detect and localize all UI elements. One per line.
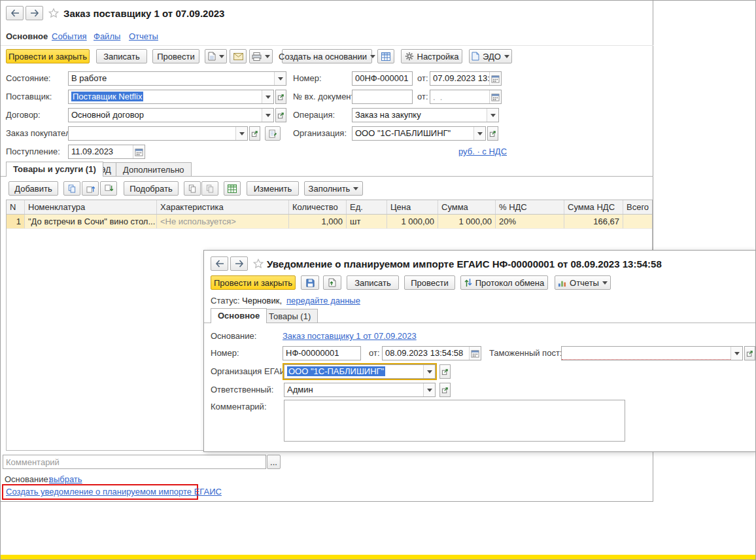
nav-tab-files[interactable]: Файлы <box>94 29 120 44</box>
forward-button[interactable] <box>230 256 248 271</box>
favorite-star-icon[interactable] <box>253 258 264 271</box>
write-button[interactable]: Записать <box>96 49 147 63</box>
basis-document-link[interactable]: Заказ поставщику 1 от 07.09.2023 <box>283 329 417 343</box>
cell-vat-percent[interactable]: 20% <box>496 215 564 228</box>
create-document-button[interactable] <box>205 49 227 63</box>
print-button[interactable] <box>249 49 273 63</box>
contract-combobox[interactable]: Основной договор <box>68 108 274 122</box>
calendar-button[interactable] <box>469 347 481 360</box>
supplier-dropdown-button[interactable] <box>262 90 273 103</box>
paste-rows-button[interactable] <box>201 181 218 196</box>
header-quantity[interactable]: Количество <box>289 200 347 214</box>
incoming-number-field[interactable] <box>352 90 412 103</box>
settings-button[interactable]: Настройка <box>401 49 462 63</box>
calendar-button[interactable] <box>489 72 501 85</box>
customer-order-field[interactable] <box>69 127 235 140</box>
nav-tab-reports[interactable]: Отчеты <box>129 29 158 44</box>
pick-items-button[interactable]: Подобрать <box>124 181 179 196</box>
customer-order-combobox[interactable] <box>68 126 248 141</box>
incoming-date-input[interactable] <box>430 90 502 104</box>
comment-more-button[interactable]: ... <box>267 455 281 469</box>
write-button[interactable]: Записать <box>347 275 399 290</box>
favorite-star-icon[interactable] <box>48 8 59 21</box>
organization-dropdown-button[interactable] <box>473 127 485 140</box>
table-row[interactable]: 1 "До встречи в Сочи" вино стол... <Не и… <box>7 215 652 229</box>
customs-post-combobox[interactable] <box>561 346 743 360</box>
supplier-combobox[interactable]: Поставщик Netflix <box>68 90 274 104</box>
date-input[interactable]: 08.09.2023 13:54:58 <box>382 346 481 360</box>
egais-organization-combobox[interactable]: ООО "1С-ПАБЛИШИНГ" <box>284 364 436 379</box>
cell-n[interactable]: 1 <box>7 215 25 228</box>
incoming-date-field[interactable] <box>430 90 489 103</box>
cell-quantity[interactable]: 1,000 <box>289 215 347 228</box>
header-price[interactable]: Цена <box>387 200 438 214</box>
send-data-link[interactable]: передайте данные <box>286 294 360 308</box>
cell-total[interactable] <box>623 215 653 228</box>
move-row-down-button[interactable] <box>100 181 117 196</box>
incoming-number-input[interactable] <box>352 90 413 104</box>
tab-main[interactable]: Основное <box>211 308 267 323</box>
nav-tab-events[interactable]: События <box>52 29 87 44</box>
number-input[interactable]: 00НФ-000001 <box>352 71 413 86</box>
header-n[interactable]: N <box>7 200 25 214</box>
operation-combobox[interactable]: Заказ на закупку <box>352 108 499 122</box>
back-button[interactable] <box>6 6 24 20</box>
edit-row-button[interactable]: Изменить <box>247 181 299 196</box>
copy-rows-button[interactable] <box>184 181 201 196</box>
number-input[interactable]: НФ-00000001 <box>283 346 361 360</box>
cell-unit[interactable]: шт <box>347 215 387 228</box>
header-characteristic[interactable]: Характеристика <box>157 200 289 214</box>
egais-organization-open-button[interactable] <box>439 364 451 379</box>
operation-dropdown-button[interactable] <box>487 109 498 122</box>
exchange-protocol-button[interactable]: Протокол обмена <box>460 275 548 290</box>
post-button[interactable]: Провести <box>152 49 199 63</box>
state-dropdown-button[interactable] <box>274 72 286 85</box>
mail-button[interactable] <box>230 49 247 63</box>
receipt-date-input[interactable]: 11.09.2023 <box>68 145 145 159</box>
header-total[interactable]: Всего <box>623 200 653 214</box>
tab-goods[interactable]: Товары (1) <box>262 309 318 323</box>
upload-button[interactable] <box>323 275 341 290</box>
cell-price[interactable]: 1 000,00 <box>387 215 438 228</box>
comment-textarea[interactable] <box>284 400 625 442</box>
header-vat-percent[interactable]: % НДС <box>496 200 564 214</box>
post-and-close-button[interactable]: Провести и закрыть <box>6 49 90 63</box>
export-table-button[interactable] <box>224 181 241 196</box>
add-row-button[interactable]: Добавить <box>9 181 58 196</box>
calendar-button[interactable] <box>489 90 501 103</box>
header-sum[interactable]: Сумма <box>438 200 496 214</box>
supplier-open-button[interactable] <box>275 90 286 104</box>
post-and-close-button[interactable]: Провести и закрыть <box>211 275 296 290</box>
save-button[interactable] <box>301 275 319 290</box>
egais-organization-dropdown-button[interactable] <box>423 365 435 378</box>
nav-tab-main[interactable]: Основное <box>6 29 48 44</box>
tab-additional[interactable]: Дополнительно <box>116 162 192 177</box>
customs-post-dropdown-button[interactable] <box>730 347 742 360</box>
tab-goods-services[interactable]: Товары и услуги (1) <box>6 162 103 177</box>
organization-open-button[interactable] <box>487 126 498 141</box>
header-vat-sum[interactable]: Сумма НДС <box>564 200 623 214</box>
create-egais-notification-link[interactable]: Создать уведомление о планируемом импорт… <box>6 485 222 499</box>
edo-button[interactable]: ЭДО <box>469 49 512 63</box>
responsible-dropdown-button[interactable] <box>423 383 435 396</box>
organization-combobox[interactable]: ООО "1С-ПАБЛИШИНГ" <box>352 126 486 141</box>
back-button[interactable] <box>211 256 228 271</box>
fill-button[interactable]: Заполнить <box>304 181 363 196</box>
state-combobox[interactable]: В работе <box>68 71 286 86</box>
copy-row-button[interactable] <box>63 181 80 196</box>
header-nomenclature[interactable]: Номенклатура <box>25 200 157 214</box>
responsible-combobox[interactable]: Админ <box>284 383 436 397</box>
move-row-up-button[interactable] <box>82 181 99 196</box>
comment-input[interactable] <box>3 455 266 469</box>
reports-button[interactable]: Отчеты <box>555 275 611 290</box>
open-customer-orders-list-button[interactable] <box>265 126 281 141</box>
cell-sum[interactable]: 1 000,00 <box>438 215 496 228</box>
calendar-button[interactable] <box>133 145 145 158</box>
customs-post-open-button[interactable] <box>744 346 755 360</box>
date-input[interactable]: 07.09.2023 13:40:39 <box>430 71 502 86</box>
related-documents-button[interactable] <box>377 49 394 63</box>
contract-open-button[interactable] <box>275 108 286 122</box>
contract-dropdown-button[interactable] <box>262 109 273 122</box>
customer-order-open-button[interactable] <box>249 126 260 141</box>
cell-vat-sum[interactable]: 166,67 <box>564 215 623 228</box>
